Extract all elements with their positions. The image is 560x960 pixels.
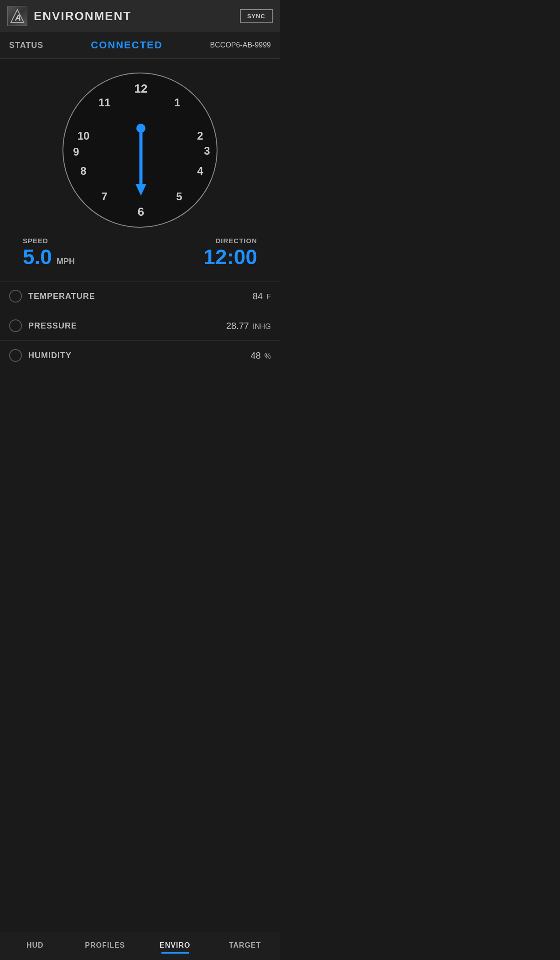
wind-clock: 12 1 2 3 4 5 6 7 8	[62, 73, 218, 228]
wind-section: 12 1 2 3 4 5 6 7 8	[0, 59, 280, 281]
sensor-name-temperature: TEMPERATURE	[28, 292, 95, 301]
svg-text:10: 10	[78, 130, 90, 142]
svg-text:7: 7	[101, 190, 107, 203]
speed-unit: MPH	[57, 257, 75, 266]
svg-text:8: 8	[80, 165, 86, 177]
sensor-row-temperature: TEMPERATURE 84 F	[0, 281, 280, 311]
speed-value-row: 5.0 MPH	[23, 246, 75, 267]
speed-block: SPEED 5.0 MPH	[23, 237, 75, 267]
speed-label: SPEED	[23, 237, 75, 245]
sensor-left: HUMIDITY	[9, 349, 72, 362]
sensor-name-pressure: PRESSURE	[28, 321, 77, 331]
app-header: A ENVIRONMENT SYNC	[0, 0, 280, 32]
speed-value: 5.0	[23, 246, 52, 267]
header-left: A ENVIRONMENT	[7, 6, 131, 26]
svg-text:6: 6	[138, 205, 144, 219]
sensor-value-temperature: 84	[253, 291, 263, 302]
status-label: STATUS	[9, 41, 43, 50]
sensor-radio-temperature[interactable]	[9, 290, 22, 303]
sensor-unit-pressure: INHG	[253, 323, 271, 331]
app-logo: A	[7, 6, 27, 26]
direction-value: 12:00	[203, 246, 257, 267]
svg-marker-17	[135, 184, 146, 196]
svg-text:3: 3	[204, 145, 210, 157]
direction-label: DIRECTION	[216, 237, 258, 245]
device-id: BCCOP6-AB-9999	[210, 41, 271, 49]
direction-block: DIRECTION 12:00	[203, 237, 257, 267]
sensor-list: TEMPERATURE 84 F PRESSURE 28.77 INHG HUM…	[0, 281, 280, 370]
svg-text:5: 5	[176, 190, 182, 203]
status-bar: STATUS CONNECTED BCCOP6-AB-9999	[0, 32, 280, 59]
svg-text:9: 9	[73, 146, 79, 158]
clock-face: 12 1 2 3 4 5 6 7 8	[62, 73, 218, 228]
sensor-value-humidity: 48	[251, 350, 261, 361]
sensor-value-row: 48 %	[251, 350, 271, 361]
svg-text:11: 11	[99, 96, 111, 109]
main-content: 12 1 2 3 4 5 6 7 8	[0, 59, 280, 407]
svg-text:1: 1	[174, 96, 180, 109]
sync-button[interactable]: SYNC	[240, 9, 273, 23]
sensor-value-pressure: 28.77	[226, 321, 249, 331]
connection-status: CONNECTED	[91, 39, 162, 51]
sensor-value-row: 28.77 INHG	[226, 321, 271, 331]
svg-text:4: 4	[197, 165, 203, 177]
sensor-row-pressure: PRESSURE 28.77 INHG	[0, 311, 280, 340]
sensor-unit-temperature: F	[266, 293, 271, 301]
sensor-left: PRESSURE	[9, 319, 77, 332]
page-title: ENVIRONMENT	[34, 9, 131, 23]
sensor-left: TEMPERATURE	[9, 290, 95, 303]
sensor-radio-humidity[interactable]	[9, 349, 22, 362]
sensor-unit-humidity: %	[264, 352, 271, 360]
svg-text:12: 12	[135, 82, 148, 95]
svg-text:A: A	[15, 13, 21, 22]
sensor-name-humidity: HUMIDITY	[28, 351, 72, 360]
svg-text:2: 2	[197, 130, 203, 142]
speed-direction-row: SPEED 5.0 MPH DIRECTION 12:00	[9, 228, 271, 272]
sensor-radio-pressure[interactable]	[9, 319, 22, 332]
sensor-value-row: 84 F	[253, 291, 271, 302]
sensor-row-humidity: HUMIDITY 48 %	[0, 340, 280, 370]
